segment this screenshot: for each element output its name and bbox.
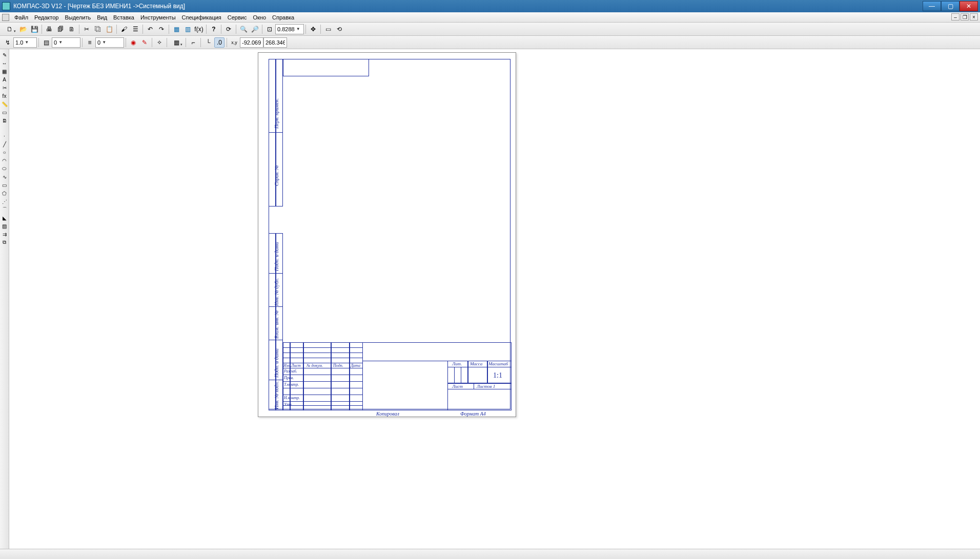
arc-tool[interactable]: ◠ <box>1 157 8 164</box>
local-cs-button[interactable]: ⌐ <box>188 37 198 48</box>
designation-tool[interactable]: ▦ <box>1 68 8 75</box>
tb-lit-div1 <box>454 367 455 383</box>
variable-button[interactable]: f(x) <box>194 24 204 34</box>
lbl-podp-data2: Подп. и дата <box>274 348 279 378</box>
minimize-button[interactable]: — <box>923 1 941 11</box>
preview-button[interactable]: 🗐 <box>55 24 66 34</box>
lbl-inv-podl: Инв. № подл. <box>274 381 279 409</box>
new-button[interactable]: 🗋 <box>3 24 17 34</box>
save-button[interactable]: 💾 <box>29 24 39 34</box>
menu-edit[interactable]: Редактор <box>31 13 62 22</box>
redo-button[interactable]: ↷ <box>156 24 167 34</box>
menu-view[interactable]: Вид <box>94 13 110 22</box>
select-tool[interactable]: ▭ <box>1 109 8 116</box>
ortho-button[interactable]: └ <box>203 37 213 48</box>
menu-file[interactable]: Файл <box>11 13 31 22</box>
zoom-value: 0.8288 <box>277 26 295 32</box>
line-tool[interactable]: ╱ <box>1 140 8 148</box>
document-icon[interactable] <box>2 14 9 21</box>
separator <box>126 38 126 47</box>
separator <box>142 25 143 34</box>
dims-tool[interactable]: ↔ <box>1 59 8 67</box>
text-tool[interactable]: A <box>1 76 8 83</box>
open-button[interactable]: 📂 <box>18 24 28 34</box>
mdi-minimize[interactable]: – <box>951 13 959 20</box>
aux-line-tool[interactable]: ⋰ <box>1 198 8 205</box>
snap-settings-button[interactable]: ✧ <box>154 37 165 48</box>
menu-service[interactable]: Сервис <box>224 13 250 22</box>
edit-tool[interactable]: ✂ <box>1 84 8 91</box>
mdi-restore[interactable]: ❐ <box>961 13 969 20</box>
separator <box>320 25 321 34</box>
lbl-listov: Листов 1 <box>477 384 495 389</box>
separator <box>116 25 117 34</box>
zoom-in-button[interactable]: 🔍 <box>238 24 249 34</box>
zoom-previous-button[interactable]: ⟲ <box>334 24 344 34</box>
coord-x-input[interactable] <box>240 37 263 48</box>
linestyle-button[interactable]: ≡ <box>85 37 95 48</box>
lbl-masshtab: Масштаб <box>488 361 508 366</box>
format-painter-button[interactable]: 🖌 <box>119 24 129 34</box>
help-button[interactable]: ? <box>209 24 219 34</box>
spec-tool[interactable]: 🗎 <box>1 117 8 124</box>
rect-tool[interactable]: ▭ <box>1 181 8 189</box>
create-button[interactable]: ✎ <box>139 37 150 48</box>
close-button[interactable]: ✕ <box>959 1 978 11</box>
menu-select[interactable]: Выделить <box>62 13 94 22</box>
drawing-canvas[interactable]: Перв. примен. Справ. № Подп. и дата Инв.… <box>9 49 980 549</box>
template-button[interactable]: ▥ <box>182 24 193 34</box>
grid-button[interactable]: ▦ <box>169 37 183 48</box>
window-zoom-button[interactable]: ▭ <box>323 24 333 34</box>
zoom-out-button[interactable]: 🔎 <box>250 24 260 34</box>
compact-panel: ✎ ↔ ▦ A ✂ fx 📏 ▭ 🗎 · ╱ ○ ◠ ⬭ ∿ ▭ ⬠ ⋰ ⌒ ◣… <box>0 49 9 549</box>
geometry-tool[interactable]: ✎ <box>1 51 8 58</box>
copy-button[interactable]: ⿻ <box>93 24 103 34</box>
step-combo[interactable]: 1.0 ▼ <box>13 37 37 48</box>
layer-states-button[interactable]: ▤ <box>41 37 51 48</box>
tb-row <box>283 353 363 353</box>
undo-button[interactable]: ↶ <box>145 24 155 34</box>
menu-window[interactable]: Окно <box>250 13 269 22</box>
poly-tool[interactable]: ⬠ <box>1 190 8 197</box>
print-button[interactable]: 🖶 <box>44 24 54 34</box>
style-combo[interactable]: 0 ▼ <box>95 37 124 48</box>
point-tool[interactable]: · <box>1 132 8 139</box>
maximize-button[interactable]: ▢ <box>941 1 959 11</box>
measure-tool[interactable]: 📏 <box>1 100 8 108</box>
coord-y-input[interactable] <box>263 37 287 48</box>
spline-tool[interactable]: ∿ <box>1 173 8 180</box>
paste-button[interactable]: 📋 <box>104 24 114 34</box>
round-button[interactable]: .0 <box>214 37 224 48</box>
tb-list-div <box>474 383 474 389</box>
collect-tool[interactable]: ⧉ <box>1 239 8 246</box>
menu-tools[interactable]: Инструменты <box>137 13 179 22</box>
window-title: КОМПАС-3D V12 - [Чертеж БЕЗ ИМЕНИ1 ->Сис… <box>13 3 923 10</box>
menu-insert[interactable]: Вставка <box>110 13 137 22</box>
zoom-combo[interactable]: 0.8288 ▼ <box>275 24 304 34</box>
pan-button[interactable]: ✥ <box>308 24 318 34</box>
chamfer-tool[interactable]: ◣ <box>1 214 8 221</box>
equidist-tool[interactable]: ⇉ <box>1 231 8 238</box>
menu-spec[interactable]: Спецификация <box>179 13 224 22</box>
cursor-step-button[interactable]: ↯ <box>3 37 13 48</box>
zoom-fit-button[interactable]: ⊡ <box>264 24 275 34</box>
layer-combo[interactable]: 0 ▼ <box>52 37 80 48</box>
hatch-tool[interactable]: ▨ <box>1 222 8 230</box>
mdi-close[interactable]: × <box>970 13 978 20</box>
quick-print-button[interactable]: 🗎 <box>67 24 77 34</box>
ellipse-tool[interactable]: ⬭ <box>1 165 8 172</box>
main-area: ✎ ↔ ▦ A ✂ fx 📏 ▭ 🗎 · ╱ ○ ◠ ⬭ ∿ ▭ ⬠ ⋰ ⌒ ◣… <box>0 49 980 549</box>
stop-button[interactable]: ◉ <box>128 37 138 48</box>
side-div-1 <box>269 132 283 133</box>
cut-button[interactable]: ✂ <box>81 24 92 34</box>
refresh-button[interactable]: ⟳ <box>223 24 234 34</box>
menu-help[interactable]: Справка <box>269 13 297 22</box>
properties-button[interactable]: ☰ <box>130 24 140 34</box>
fillet-tool[interactable]: ⌒ <box>1 206 8 213</box>
lbl-list2: Лист <box>452 384 463 389</box>
lbl-perv-primen: Перв. примен. <box>274 98 279 129</box>
params-tool[interactable]: fx <box>1 92 8 99</box>
lbl-nkontr: Н.контр. <box>284 396 300 400</box>
manager-button[interactable]: ▦ <box>171 24 181 34</box>
circle-tool[interactable]: ○ <box>1 149 8 156</box>
